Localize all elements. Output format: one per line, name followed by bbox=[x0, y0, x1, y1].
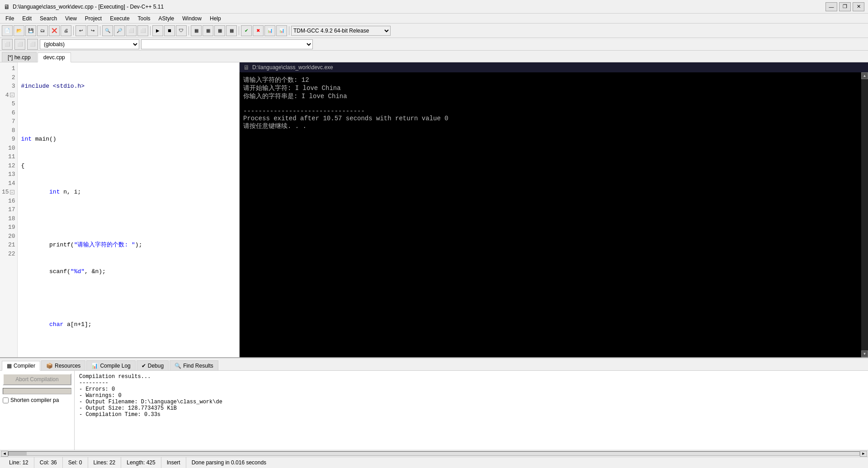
sep5 bbox=[239, 26, 239, 35]
print-button[interactable]: 🖨 bbox=[61, 25, 71, 36]
tab-compile-log[interactable]: 📊 Compile Log bbox=[86, 360, 135, 370]
bottom-scrollbar: ◄ ► bbox=[0, 450, 868, 457]
tab-debug[interactable]: ✔ Debug bbox=[137, 360, 169, 370]
bottom-tabs-bar: ▦ Compiler 📦 Resources 📊 Compile Log ✔ D… bbox=[0, 358, 868, 371]
tab-find-results[interactable]: 🔍 Find Results bbox=[170, 360, 218, 370]
console-line-7: 请按任意键继续. . . bbox=[243, 122, 858, 130]
grid3-button[interactable]: ▦ bbox=[214, 25, 225, 36]
compile-result-6: - Output Size: 128.7734375 KiB bbox=[79, 405, 863, 411]
workspace: 1 2 3 4- 5 6 7 8 9 10 11 12 13 14 15- 16 bbox=[0, 62, 868, 457]
abort-compilation-button[interactable]: Abort Compilation bbox=[3, 373, 71, 385]
chart2-button[interactable]: 📊 bbox=[276, 25, 287, 36]
code-area[interactable]: 1 2 3 4- 5 6 7 8 9 10 11 12 13 14 15- 16 bbox=[0, 62, 239, 357]
sel-value: 0 bbox=[79, 459, 82, 466]
console-body: 请输入字符的个数: 12 请开始输入字符: I love China 你输入的字… bbox=[240, 72, 868, 357]
toolbar2-btn2[interactable]: ⬜ bbox=[14, 39, 25, 50]
menu-project[interactable]: Project bbox=[81, 14, 105, 23]
save-all-button[interactable]: 🗂 bbox=[37, 25, 48, 36]
sep4 bbox=[189, 26, 189, 35]
save-button[interactable]: 💾 bbox=[25, 25, 36, 36]
cross-button[interactable]: ✖ bbox=[253, 25, 264, 36]
run-button[interactable]: ▶ bbox=[152, 25, 163, 36]
unindent-button[interactable]: ⬜ bbox=[137, 25, 148, 36]
sel-label: Sel: bbox=[68, 459, 78, 466]
menu-astyle[interactable]: AStyle bbox=[155, 14, 178, 23]
restore-button[interactable]: ❐ bbox=[839, 2, 851, 11]
code-line-11 bbox=[21, 346, 236, 355]
sep3 bbox=[150, 26, 151, 35]
sep6 bbox=[289, 26, 289, 35]
console-line-2: 请开始输入字符: I love China bbox=[243, 84, 858, 92]
menu-help[interactable]: Help bbox=[206, 14, 225, 23]
menu-tools[interactable]: Tools bbox=[134, 14, 154, 23]
line-label: Line: bbox=[9, 459, 21, 466]
minimize-button[interactable]: — bbox=[826, 2, 837, 11]
chart-button[interactable]: 📊 bbox=[264, 25, 275, 36]
scroll-up-btn[interactable]: ▲ bbox=[861, 72, 868, 79]
fold-15[interactable]: - bbox=[10, 190, 14, 194]
title-controls: — ❐ ✕ bbox=[826, 2, 864, 11]
shorten-checkbox[interactable] bbox=[3, 397, 9, 403]
fold-4[interactable]: - bbox=[10, 93, 14, 97]
toolbar2-btn3[interactable]: ⬜ bbox=[27, 39, 38, 50]
menu-view[interactable]: View bbox=[61, 14, 80, 23]
close-button[interactable]: ✕ bbox=[853, 2, 864, 11]
code-line-3: int main() bbox=[21, 135, 236, 144]
menu-window[interactable]: Window bbox=[179, 14, 205, 23]
menu-file[interactable]: File bbox=[2, 14, 18, 23]
undo-button[interactable]: ↩ bbox=[75, 25, 86, 36]
title-bar: 🖥 D:\language\class_work\devc.cpp - [Exe… bbox=[0, 0, 868, 14]
stop-button[interactable]: ⏹ bbox=[164, 25, 175, 36]
compiler-select[interactable]: TDM-GCC 4.9.2 64-bit Release bbox=[291, 26, 391, 36]
code-content[interactable]: #include <stdio.h> int main() { int n, i… bbox=[18, 62, 239, 357]
shorten-checkbox-row: Shorten compiler pa bbox=[3, 397, 71, 403]
status-col: Col: 36 bbox=[34, 457, 63, 468]
indent-button[interactable]: ⬜ bbox=[126, 25, 137, 36]
toolbar2-btn1[interactable]: ⬜ bbox=[2, 39, 13, 50]
scroll-down-btn[interactable]: ▼ bbox=[861, 350, 868, 357]
status-length: Length: 425 bbox=[121, 457, 161, 468]
open-button[interactable]: 📂 bbox=[14, 25, 24, 36]
replace-button[interactable]: 🔎 bbox=[114, 25, 125, 36]
tab-resources[interactable]: 📦 Resources bbox=[41, 360, 85, 370]
globals-dropdown[interactable]: (globals) bbox=[40, 39, 139, 49]
menu-edit[interactable]: Edit bbox=[19, 14, 35, 23]
redo-button[interactable]: ↪ bbox=[87, 25, 98, 36]
scope-dropdown[interactable] bbox=[141, 39, 313, 49]
code-line-2 bbox=[21, 109, 236, 118]
menu-search[interactable]: Search bbox=[36, 14, 61, 23]
console-title: D:\language\class_work\devc.exe bbox=[252, 64, 333, 71]
shield-button[interactable]: 🛡 bbox=[176, 25, 187, 36]
toolbar1: 📄 📂 💾 🗂 ❌ 🖨 ↩ ↪ 🔍 🔎 ⬜ ⬜ ▶ ⏹ 🛡 ▦ ▦ ▦ ▦ ✔ … bbox=[0, 24, 868, 38]
tab-compiler[interactable]: ▦ Compiler bbox=[2, 361, 40, 371]
tab-he-cpp[interactable]: [*] he.cpp bbox=[2, 52, 37, 62]
compile-result-7: - Compilation Time: 0.33s bbox=[79, 411, 863, 418]
mode-value: Insert bbox=[167, 459, 180, 466]
grid2-button[interactable]: ▦ bbox=[203, 25, 213, 36]
new-button[interactable]: 📄 bbox=[2, 25, 13, 36]
hscroll-right-btn[interactable]: ► bbox=[860, 451, 867, 457]
grid1-button[interactable]: ▦ bbox=[191, 25, 202, 36]
tab-devc-cpp[interactable]: devc.cpp bbox=[38, 52, 71, 62]
title-text: D:\language\class_work\devc.cpp - [Execu… bbox=[13, 4, 164, 10]
debug-tab-icon: ✔ bbox=[142, 363, 146, 369]
compile-result-4: - Warnings: 0 bbox=[79, 392, 863, 399]
code-line-5: int n, i; bbox=[21, 188, 236, 197]
console-wrapper: 🖥 D:\language\class_work\devc.exe 请输入字符的… bbox=[240, 62, 868, 357]
console-line-5: -------------------------------- bbox=[243, 108, 858, 115]
menu-execute[interactable]: Execute bbox=[106, 14, 133, 23]
tabs-bar: [*] he.cpp devc.cpp bbox=[0, 51, 868, 62]
close-file-button[interactable]: ❌ bbox=[49, 25, 60, 36]
check-button[interactable]: ✔ bbox=[241, 25, 252, 36]
code-line-8: scanf("%d", &n); bbox=[21, 267, 236, 276]
bottom-content: Abort Compilation Shorten compiler pa Co… bbox=[0, 371, 868, 450]
find-button[interactable]: 🔍 bbox=[102, 25, 113, 36]
shorten-label: Shorten compiler pa bbox=[10, 397, 59, 403]
status-lines: Lines: 22 bbox=[88, 457, 122, 468]
sep1 bbox=[73, 26, 74, 35]
grid4-button[interactable]: ▦ bbox=[226, 25, 237, 36]
code-line-4: { bbox=[21, 161, 236, 170]
compile-result-3: - Errors: 0 bbox=[79, 386, 863, 392]
hscroll-left-btn[interactable]: ◄ bbox=[1, 451, 8, 457]
status-mode: Insert bbox=[161, 457, 186, 468]
